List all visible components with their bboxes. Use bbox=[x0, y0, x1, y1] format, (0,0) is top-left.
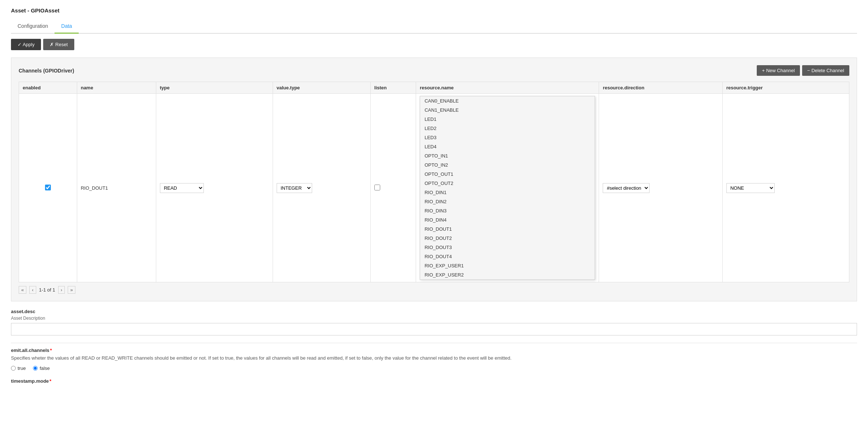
new-channel-label: New Channel bbox=[766, 68, 795, 73]
asset-desc-label: asset.desc bbox=[11, 309, 857, 314]
radio-true-input[interactable] bbox=[11, 366, 16, 371]
dropdown-item-rio-din3[interactable]: RIO_DIN3 bbox=[420, 206, 595, 215]
plus-icon: + bbox=[762, 68, 765, 73]
channels-buttons: + New Channel − Delete Channel bbox=[757, 65, 849, 76]
dropdown-item-rio-exp-user2[interactable]: RIO_EXP_USER2 bbox=[420, 270, 595, 279]
radio-group-emit: true false bbox=[11, 365, 857, 371]
dropdown-item-led3[interactable]: LED3 bbox=[420, 133, 595, 142]
value-type-select[interactable]: INTEGER BOOLEAN DOUBLE STRING bbox=[277, 183, 312, 193]
dropdown-item-opto-in2[interactable]: OPTO_IN2 bbox=[420, 160, 595, 170]
asset-desc-section: asset.desc Asset Description bbox=[11, 309, 857, 335]
dropdown-item-rio-exp-user1[interactable]: RIO_EXP_USER1 bbox=[420, 261, 595, 270]
delete-channel-button[interactable]: − Delete Channel bbox=[802, 65, 849, 76]
reset-button[interactable]: ✗ Reset bbox=[43, 39, 74, 50]
col-enabled: enabled bbox=[19, 82, 77, 94]
radio-true-label: true bbox=[18, 365, 26, 371]
dropdown-item-rio-dout2[interactable]: RIO_DOUT2 bbox=[420, 234, 595, 243]
required-star: * bbox=[50, 348, 52, 353]
emit-all-channels-section: emit.all.channels* Specifies wheter the … bbox=[11, 348, 857, 371]
row-name-cell: RIO_DOUT1 bbox=[77, 94, 156, 282]
channels-table: enabled name type value.type listen reso… bbox=[19, 82, 849, 282]
row-resource-trigger-cell: NONE RISING_EDGE FALLING_EDGE BOTH_EDGES bbox=[722, 94, 849, 282]
dropdown-item-opto-out1[interactable]: OPTO_OUT1 bbox=[420, 170, 595, 179]
asset-desc-input[interactable] bbox=[11, 323, 857, 335]
channels-section: Channels (GPIODriver) + New Channel − De… bbox=[11, 57, 857, 301]
next-page-button[interactable]: › bbox=[58, 286, 65, 294]
col-listen: listen bbox=[370, 82, 416, 94]
listen-checkbox[interactable] bbox=[374, 185, 380, 190]
toolbar: ✓ Apply ✗ Reset bbox=[11, 34, 857, 57]
dropdown-item-opto-in1[interactable]: OPTO_IN1 bbox=[420, 151, 595, 160]
required-star-2: * bbox=[49, 378, 51, 384]
timestamp-mode-section: timestamp.mode* bbox=[11, 378, 857, 384]
tabs-container: Configuration Data bbox=[11, 19, 857, 34]
dropdown-item-rio-dout4[interactable]: RIO_DOUT4 bbox=[420, 252, 595, 261]
timestamp-mode-label: timestamp.mode* bbox=[11, 378, 857, 384]
dropdown-item-led1[interactable]: LED1 bbox=[420, 115, 595, 124]
table-row: RIO_DOUT1 READ WRITE READ_WRITE INTEGER … bbox=[19, 94, 849, 282]
new-channel-button[interactable]: + New Channel bbox=[757, 65, 800, 76]
enabled-checkbox[interactable] bbox=[45, 185, 51, 190]
col-resource-direction: resource.direction bbox=[599, 82, 722, 94]
row-listen-cell bbox=[370, 94, 416, 282]
dropdown-item-rio-din4[interactable]: RIO_DIN4 bbox=[420, 215, 595, 224]
row-type-cell: READ WRITE READ_WRITE bbox=[156, 94, 273, 282]
delete-channel-label: Delete Channel bbox=[811, 68, 844, 73]
row-value-type-cell: INTEGER BOOLEAN DOUBLE STRING bbox=[273, 94, 370, 282]
emit-all-channels-label: emit.all.channels* bbox=[11, 348, 857, 353]
col-resource-name: resource.name bbox=[416, 82, 599, 94]
row-resource-direction-cell: #select direction INPUT OUTPUT bbox=[599, 94, 722, 282]
col-resource-trigger: resource.trigger bbox=[722, 82, 849, 94]
tab-configuration[interactable]: Configuration bbox=[11, 19, 55, 34]
asset-desc-sublabel: Asset Description bbox=[11, 316, 857, 321]
channels-header: Channels (GPIODriver) + New Channel − De… bbox=[19, 65, 849, 76]
resource-name-dropdown: CAN0_ENABLE CAN1_ENABLE LED1 LED2 LED3 L… bbox=[420, 96, 595, 280]
dropdown-item-rio-dout1[interactable]: RIO_DOUT1 bbox=[420, 224, 595, 234]
dropdown-item-rio-din1[interactable]: RIO_DIN1 bbox=[420, 188, 595, 197]
dropdown-item-led2[interactable]: LED2 bbox=[420, 124, 595, 133]
page-title: Asset - GPIOAsset bbox=[11, 7, 857, 14]
row-resource-name-cell: CAN0_ENABLE CAN1_ENABLE LED1 LED2 LED3 L… bbox=[416, 94, 599, 282]
prev-page-button[interactable]: ‹ bbox=[29, 286, 36, 294]
col-name: name bbox=[77, 82, 156, 94]
dropdown-item-led4[interactable]: LED4 bbox=[420, 142, 595, 151]
radio-true-option[interactable]: true bbox=[11, 365, 26, 371]
col-value-type: value.type bbox=[273, 82, 370, 94]
dropdown-item-can0-enable[interactable]: CAN0_ENABLE bbox=[420, 96, 595, 105]
divider bbox=[11, 343, 857, 343]
dropdown-item-can1-enable[interactable]: CAN1_ENABLE bbox=[420, 105, 595, 115]
tab-data[interactable]: Data bbox=[55, 19, 79, 34]
apply-button[interactable]: ✓ Apply bbox=[11, 39, 41, 50]
radio-false-input[interactable] bbox=[33, 366, 38, 371]
first-page-button[interactable]: « bbox=[19, 286, 26, 294]
dropdown-item-opto-out2[interactable]: OPTO_OUT2 bbox=[420, 179, 595, 188]
radio-false-label: false bbox=[40, 365, 49, 371]
pagination-text: 1-1 of 1 bbox=[39, 287, 55, 293]
direction-select[interactable]: #select direction INPUT OUTPUT bbox=[603, 183, 650, 193]
minus-icon: − bbox=[807, 68, 810, 73]
trigger-select[interactable]: NONE RISING_EDGE FALLING_EDGE BOTH_EDGES bbox=[726, 183, 775, 193]
row-enabled-cell bbox=[19, 94, 77, 282]
type-select[interactable]: READ WRITE READ_WRITE bbox=[160, 183, 204, 193]
dropdown-item-rio-din2[interactable]: RIO_DIN2 bbox=[420, 197, 595, 206]
dropdown-item-rio-dout3[interactable]: RIO_DOUT3 bbox=[420, 243, 595, 252]
radio-false-option[interactable]: false bbox=[33, 365, 49, 371]
emit-all-channels-description: Specifies wheter the values of all READ … bbox=[11, 355, 857, 362]
col-type: type bbox=[156, 82, 273, 94]
table-header-row: enabled name type value.type listen reso… bbox=[19, 82, 849, 94]
last-page-button[interactable]: » bbox=[68, 286, 75, 294]
channels-title: Channels (GPIODriver) bbox=[19, 68, 74, 74]
pagination: « ‹ 1-1 of 1 › » bbox=[19, 282, 849, 294]
